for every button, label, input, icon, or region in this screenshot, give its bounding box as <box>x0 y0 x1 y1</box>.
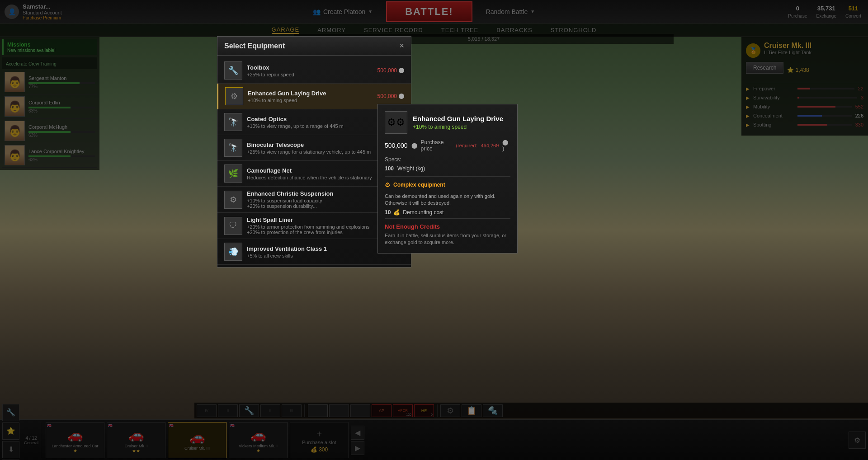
tooltip-price-row: 500,000 ⬤ Purchase price (required: 464,… <box>385 139 510 152</box>
tooltip-price-label: Purchase price <box>421 139 453 152</box>
not-enough-label: Not Enough Credits <box>385 223 510 230</box>
demount-label: Demounting cost <box>403 209 443 216</box>
weight-label: Weight (kg) <box>397 165 425 172</box>
ventilation-desc: +5% to all crew skills <box>247 253 404 258</box>
coated-optics-icon: 🔭 <box>224 113 242 131</box>
toolbox-icon: 🔧 <box>224 61 242 80</box>
binocular-telescope-icon: 🔭 <box>224 139 242 157</box>
tooltip-required-value: 464,269 <box>481 143 499 148</box>
tooltip-bonus: +10% to aiming speed <box>413 124 503 130</box>
weight-value: 100 <box>385 165 394 172</box>
ventilation-icon: 💨 <box>224 243 242 261</box>
gun-laying-drive-icon: ⚙ <box>225 87 243 105</box>
gun-laying-drive-price: 500,000 <box>377 93 404 99</box>
gun-laying-drive-info: Enhanced Gun Laying Drive +10% to aiming… <box>248 90 373 103</box>
tooltip-panel: ⚙⚙ Enhanced Gun Laying Drive +10% to aim… <box>377 104 518 253</box>
tooltip-required-label: (required: <box>456 143 477 148</box>
credit-icon <box>399 68 404 73</box>
equipment-item-toolbox[interactable]: 🔧 Toolbox +25% to repair speed 500,000 <box>217 58 411 84</box>
complex-icon: ⚙ <box>385 181 391 188</box>
modal-header: Select Equipment × <box>217 37 411 56</box>
complex-badge: ⚙ Complex equipment <box>385 181 510 188</box>
modal-title: Select Equipment <box>224 42 285 50</box>
spall-liner-icon: 🛡 <box>224 217 242 235</box>
tooltip-item-icon: ⚙⚙ <box>385 111 407 134</box>
tooltip-title: Enhanced Gun Laying Drive <box>413 115 503 122</box>
tooltip-required-credit: ⬤ ) <box>502 139 510 152</box>
tooltip-divider-2 <box>385 218 510 219</box>
toolbox-info: Toolbox +25% to repair speed <box>247 64 373 77</box>
spec-weight-row: 100 Weight (kg) <box>385 165 510 172</box>
tooltip-price-value: 500,000 <box>385 142 408 149</box>
gold-icon: 💰 <box>393 209 400 216</box>
not-enough-desc: Earn it in battle, sell surplus items fr… <box>385 232 510 246</box>
tooltip-divider <box>385 176 510 177</box>
tooltip-header: ⚙⚙ Enhanced Gun Laying Drive +10% to aim… <box>385 111 510 134</box>
tooltip-specs: Specs: 100 Weight (kg) <box>385 156 510 172</box>
modal-close-button[interactable]: × <box>399 41 404 51</box>
demount-row: 10 💰 Demounting cost <box>385 209 510 216</box>
gun-laying-drive-desc: +10% to aiming speed <box>248 98 373 103</box>
tooltip-credit-icon: ⬤ <box>411 142 417 149</box>
camouflage-net-icon: 🌿 <box>224 164 242 183</box>
gun-laying-drive-name: Enhanced Gun Laying Drive <box>248 90 373 97</box>
toolbox-desc: +25% to repair speed <box>247 72 373 77</box>
complex-label: Complex equipment <box>393 182 445 188</box>
demount-value: 10 <box>385 209 391 216</box>
credit-icon-2 <box>399 94 404 99</box>
specs-title: Specs: <box>385 156 510 163</box>
tooltip-title-section: Enhanced Gun Laying Drive +10% to aiming… <box>413 115 503 130</box>
toolbox-price: 500,000 <box>377 67 404 74</box>
complex-desc: Can be demounted and used again only wit… <box>385 193 510 207</box>
christie-suspension-icon: ⚙ <box>224 191 242 209</box>
toolbox-name: Toolbox <box>247 64 373 71</box>
